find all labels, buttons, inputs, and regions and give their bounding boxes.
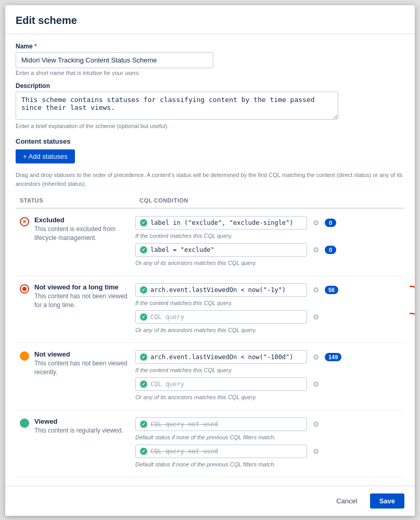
gear-icon-nvl-1[interactable]: ⚙: [310, 284, 322, 296]
viewed-dot: [20, 418, 29, 428]
not-viewed-long-cql-1-text: arch.event.lastViewedOn < now("-1y"): [150, 286, 286, 294]
not-viewed-long-inner: [22, 287, 27, 291]
description-label: Description: [16, 82, 404, 90]
nvl-hint-2: Or any of its ancestors matches this CQL…: [135, 327, 404, 333]
viewed-cql-1-text: CQL query not used: [150, 421, 218, 428]
excluded-hint-1: If the content matches this CQL query.: [135, 233, 404, 239]
viewed-desc: This content is regularly viewed.: [34, 426, 123, 435]
not-viewed-long-conditions: arch.event.lastViewedOn < now("-1y") ⚙ 5…: [135, 281, 404, 337]
viewed-name: Viewed: [34, 417, 123, 425]
description-input[interactable]: This scheme contains statuses for classi…: [16, 92, 338, 120]
excluded-desc: This content is excluded from lifecycle …: [34, 225, 131, 243]
viewed-hint-1: Default status if none of the previous C…: [135, 434, 404, 440]
viewed-cond-2-row: CQL query not used ⚙: [135, 445, 404, 458]
check-icon-2: [140, 246, 147, 253]
red-arrow-1: [408, 284, 415, 304]
viewed-cql-1[interactable]: CQL query not used: [135, 417, 307, 431]
modal-header: Edit scheme: [5, 5, 415, 34]
excluded-text: Excluded This content is excluded from l…: [34, 216, 131, 243]
check-icon-3: [140, 286, 147, 294]
not-viewed-long-cql-1[interactable]: arch.event.lastViewedOn < now("-1y"): [135, 283, 307, 297]
excluded-cql-2[interactable]: label = "exclude": [135, 243, 307, 257]
gear-icon-nv-1[interactable]: ⚙: [310, 351, 322, 363]
name-label: Name: [16, 43, 404, 50]
description-field-group: Description This scheme contains statuse…: [16, 82, 404, 129]
status-row-excluded: Excluded This content is excluded from l…: [16, 209, 404, 276]
cancel-button[interactable]: Cancel: [329, 493, 364, 509]
content-statuses-label: Content statuses: [16, 137, 404, 145]
not-viewed-long-cond-1-wrapper: arch.event.lastViewedOn < now("-1y") ⚙ 5…: [135, 283, 404, 297]
viewed-text: Viewed This content is regularly viewed.: [34, 417, 123, 435]
not-viewed-cql-2[interactable]: CQL query: [135, 377, 307, 391]
header-status: Status: [16, 195, 135, 206]
count-badge-nvl-1: 56: [325, 286, 338, 294]
status-info-excluded: Excluded This content is excluded from l…: [16, 214, 135, 245]
not-viewed-cql-2-text: CQL query: [150, 381, 184, 388]
check-icon-1: [140, 219, 147, 226]
viewed-cql-2-text: CQL query not used: [150, 448, 218, 455]
excluded-conditions: label in ("exclude", "exclude-single") ⚙…: [135, 214, 404, 270]
not-viewed-long-cql-2[interactable]: CQL query: [135, 310, 307, 324]
modal-footer: Cancel Save: [5, 486, 415, 516]
save-button[interactable]: Save: [370, 493, 404, 509]
viewed-cond-1-row: CQL query not used ⚙: [135, 417, 404, 431]
gear-icon-nv-2[interactable]: ⚙: [310, 378, 322, 390]
not-viewed-conditions: arch.event.lastViewedOn < now("-100d") ⚙…: [135, 348, 404, 404]
excluded-cql-1[interactable]: label in ("exclude", "exclude-single"): [135, 216, 307, 230]
excluded-cond-2-row: label = "exclude" ⚙ 0: [135, 243, 404, 257]
not-viewed-long-dot: [20, 284, 29, 294]
not-viewed-cql-1-text: arch.event.lastViewedOn < now("-100d"): [150, 353, 294, 361]
not-viewed-cql-1[interactable]: arch.event.lastViewedOn < now("-100d"): [135, 350, 307, 364]
excluded-cql-1-text: label in ("exclude", "exclude-single"): [150, 219, 294, 226]
not-viewed-long-cond-2-row: CQL query ⚙: [135, 310, 404, 324]
status-info-viewed: Viewed This content is regularly viewed.: [16, 415, 135, 437]
excluded-hint-2: Or any of its ancestors matches this CQL…: [135, 260, 404, 266]
gear-icon-excluded-2[interactable]: ⚙: [310, 244, 322, 256]
gear-icon-excluded-1[interactable]: ⚙: [310, 217, 322, 229]
not-viewed-long-name: Not viewed for a long time: [34, 283, 131, 291]
check-icon-6: [140, 381, 147, 388]
excluded-cql-2-text: label = "exclude": [150, 246, 214, 253]
status-info-not-viewed-long: Not viewed for a long time This content …: [16, 281, 135, 312]
not-viewed-long-cql-2-text: CQL query: [150, 313, 184, 321]
modal-body: Name Enter a short name that is intuitiv…: [5, 34, 415, 486]
not-viewed-text: Not viewed This content has not been vie…: [34, 350, 131, 377]
not-viewed-long-cond-2-wrapper: CQL query ⚙: [135, 310, 404, 324]
name-hint: Enter a short name that is intuitive for…: [16, 70, 404, 76]
check-icon-4: [140, 313, 147, 321]
status-row-not-viewed-long: Not viewed for a long time This content …: [16, 276, 404, 343]
edit-scheme-modal: Edit scheme Name Enter a short name that…: [5, 5, 415, 516]
not-viewed-cond-2-row: CQL query ⚙: [135, 377, 404, 391]
excluded-name: Excluded: [34, 216, 131, 224]
header-cql: CQL condition: [135, 195, 404, 206]
not-viewed-long-cond-1-row: arch.event.lastViewedOn < now("-1y") ⚙ 5…: [135, 283, 404, 297]
not-viewed-dot: [20, 351, 29, 361]
check-icon-7: [140, 421, 147, 428]
viewed-cql-2[interactable]: CQL query not used: [135, 445, 307, 458]
gear-icon-v-1[interactable]: ⚙: [310, 418, 322, 430]
check-icon-8: [140, 448, 147, 455]
not-viewed-long-text: Not viewed for a long time This content …: [34, 283, 131, 310]
modal-title: Edit scheme: [16, 15, 404, 27]
count-badge-nv-1: 149: [325, 353, 341, 361]
excluded-cond-1-row: label in ("exclude", "exclude-single") ⚙…: [135, 216, 404, 230]
status-info-not-viewed: Not viewed This content has not been vie…: [16, 348, 135, 379]
status-row-not-viewed: Not viewed This content has not been vie…: [16, 343, 404, 410]
not-viewed-desc: This content has not been viewed recentl…: [34, 359, 131, 377]
add-statuses-button[interactable]: + Add statuses: [16, 149, 75, 163]
gear-icon-v-2[interactable]: ⚙: [310, 446, 322, 457]
red-arrow-2: [408, 311, 415, 331]
count-badge-excluded-1: 0: [325, 219, 336, 227]
not-viewed-name: Not viewed: [34, 350, 131, 358]
not-viewed-cond-1-row: arch.event.lastViewedOn < now("-100d") ⚙…: [135, 350, 404, 364]
nvl-hint-1: If the content matches this CQL query.: [135, 300, 404, 306]
excluded-dot: [20, 217, 29, 226]
status-row-viewed: Viewed This content is regularly viewed.…: [16, 410, 404, 477]
name-input[interactable]: [16, 52, 213, 68]
drag-info-text: Drag and drop statuses to the order of p…: [16, 171, 404, 188]
check-icon-5: [140, 353, 147, 361]
not-viewed-long-desc: This content has not been viewed for a l…: [34, 292, 131, 310]
gear-icon-nvl-2[interactable]: ⚙: [310, 311, 322, 323]
viewed-conditions: CQL query not used ⚙ Default status if n…: [135, 415, 404, 472]
description-hint: Enter a brief explanation of the scheme …: [16, 123, 404, 129]
